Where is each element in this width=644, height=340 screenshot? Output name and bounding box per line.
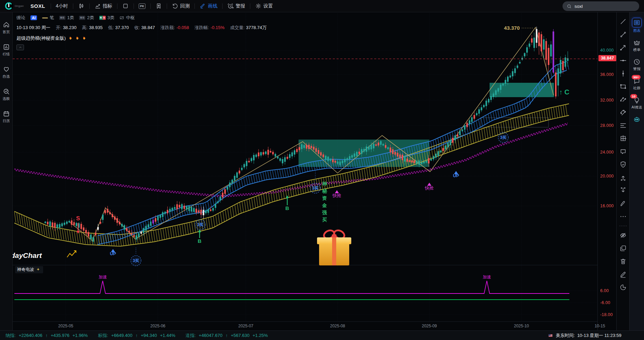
gift-promo[interactable] bbox=[317, 230, 351, 268]
divider bbox=[222, 3, 223, 9]
main-chart[interactable]: 43.370SUP3买3买BB3买神秘资金强买快抢快抢UP3买↑ C加速加速To… bbox=[13, 12, 597, 330]
brush-tool[interactable] bbox=[619, 200, 627, 207]
class3-toggle[interactable]: BS3类 bbox=[99, 15, 114, 21]
fire-icon bbox=[67, 36, 73, 41]
grab-2: 快抢 bbox=[425, 185, 434, 191]
price-tick: -18.00 bbox=[600, 312, 613, 317]
sparkles-icon bbox=[36, 267, 40, 272]
search-input[interactable]: soxl bbox=[563, 1, 639, 11]
chan-theory-toggle[interactable]: 缠论 bbox=[16, 15, 25, 21]
draw-button[interactable]: 画线 bbox=[198, 3, 219, 9]
ai-chip[interactable]: AI bbox=[30, 15, 37, 20]
channel2-tool[interactable] bbox=[619, 109, 627, 116]
sidebar-item-market[interactable]: 行情 bbox=[3, 43, 10, 57]
stroke-toggle[interactable]: 笔 bbox=[42, 15, 54, 21]
collapse-indicator-button[interactable] bbox=[16, 44, 24, 50]
pivot-toggle[interactable]: 中枢 bbox=[119, 15, 135, 21]
indicators-button-label: 指标 bbox=[103, 3, 112, 9]
time-tick: 10-15 bbox=[589, 324, 611, 328]
pivot-toggle-label: 中枢 bbox=[126, 15, 135, 21]
layout-button[interactable] bbox=[120, 3, 131, 9]
bs-badge: BS bbox=[59, 16, 65, 20]
moon-tool[interactable] bbox=[619, 284, 627, 291]
tpoints-tool[interactable] bbox=[619, 31, 627, 38]
pk-compare-button[interactable]: PK bbox=[137, 3, 148, 9]
gridt-tool[interactable] bbox=[619, 135, 627, 142]
settings-button[interactable]: 设置 bbox=[253, 3, 275, 9]
tarrow-tool[interactable] bbox=[619, 44, 627, 51]
us-flag-icon bbox=[548, 334, 553, 338]
pencil-tool[interactable] bbox=[619, 271, 627, 278]
index-quote: 纳指:+22640.406↑+435.976+1.96% bbox=[5, 332, 88, 339]
layers-tool[interactable] bbox=[619, 245, 627, 252]
class2-toggle[interactable]: BS2类 bbox=[79, 15, 94, 21]
class1-toggle[interactable]: BS1类 bbox=[59, 15, 74, 21]
arrdown-tool[interactable] bbox=[619, 187, 627, 194]
alerts-button[interactable]: 警报 bbox=[225, 3, 247, 9]
symbol-button[interactable]: SOXL bbox=[30, 3, 45, 9]
subpane-title-text: 神奇电波 bbox=[17, 267, 34, 273]
ohlc-value: 38.230 bbox=[63, 25, 77, 30]
price-tick: 36.000 bbox=[600, 72, 614, 77]
trash-tool[interactable] bbox=[619, 258, 627, 265]
interval-button[interactable]: 4小时 bbox=[54, 3, 70, 9]
time-tick: 2025-08 bbox=[327, 324, 349, 328]
indicators-button[interactable]: 指标 bbox=[92, 3, 114, 9]
arrup-tool[interactable] bbox=[619, 174, 627, 181]
dots-tool[interactable] bbox=[619, 213, 627, 220]
crown-icon bbox=[633, 39, 641, 47]
alerts-button-label: 警报 bbox=[236, 3, 245, 9]
divider bbox=[194, 3, 195, 9]
yellow-trend-band bbox=[14, 104, 569, 246]
bs-badge: BS bbox=[79, 16, 85, 20]
sidebar-item-leaderboard[interactable]: 榜单 bbox=[633, 39, 641, 52]
hline-tool[interactable] bbox=[619, 57, 627, 64]
third-buy-2-label: 3买 bbox=[197, 222, 204, 227]
ohlc-label: 收: bbox=[134, 25, 140, 30]
channel-tool[interactable] bbox=[619, 96, 627, 103]
divider bbox=[167, 3, 167, 9]
todaychart-logo-icon[interactable] bbox=[4, 1, 13, 11]
drawing-tools-column bbox=[616, 12, 629, 330]
fire-icon bbox=[81, 36, 86, 41]
sidebar-item-community[interactable]: 99+社群 bbox=[633, 77, 641, 91]
ohlc-value: 38.935 bbox=[89, 25, 103, 30]
gift-ribbon bbox=[332, 237, 336, 265]
candle-style-button[interactable] bbox=[76, 3, 87, 9]
shield-tool[interactable] bbox=[619, 161, 627, 168]
index-value: +6649.400 bbox=[111, 333, 132, 338]
backtest-button[interactable]: 回测 bbox=[170, 3, 192, 9]
stroke-line-icon bbox=[42, 17, 48, 18]
sidebar-item-watchlist[interactable]: 自选 bbox=[3, 66, 10, 79]
sidebar-item-calendar[interactable]: 日历 bbox=[3, 110, 10, 123]
price-tick: 32.000 bbox=[600, 98, 614, 103]
chartup-icon bbox=[94, 3, 101, 9]
sidebar-item-screener[interactable]: 选股 bbox=[3, 88, 10, 101]
sidebar-item-home[interactable]: 首页 bbox=[3, 21, 10, 35]
tline-tool[interactable] bbox=[619, 18, 627, 25]
pivot-zones bbox=[299, 83, 554, 167]
ai-robot-button[interactable] bbox=[633, 116, 641, 123]
vline-tool[interactable] bbox=[619, 70, 627, 77]
top-menu: 指标PK回测画线警报设置 bbox=[76, 3, 275, 9]
comment-tool[interactable] bbox=[619, 148, 627, 155]
sidebar-item-alerts[interactable]: 警报 bbox=[633, 58, 641, 71]
price-axis[interactable]: 40.00036.00032.00028.00024.00020.00016.0… bbox=[597, 12, 617, 330]
ohlc-label: 开: bbox=[56, 25, 62, 30]
ohlc-field: 成交量:3778.74万 bbox=[230, 25, 267, 31]
bookmark-button[interactable] bbox=[153, 3, 164, 9]
sidebar-item-screener-label: 选股 bbox=[3, 96, 10, 101]
sidebar-item-watchlist-label: 自选 bbox=[3, 74, 10, 79]
divider bbox=[73, 3, 73, 9]
clock-icon bbox=[633, 58, 641, 66]
eyeoff-tool[interactable] bbox=[619, 232, 627, 239]
sidebar-item-leaderboard-label: 榜单 bbox=[633, 48, 641, 52]
ohlc-value: 10-13 09:30 周一 bbox=[16, 25, 50, 30]
search-value: soxl bbox=[574, 4, 583, 9]
rect-tool[interactable] bbox=[619, 83, 627, 90]
fib-tool[interactable] bbox=[619, 122, 627, 129]
sidebar-item-chart[interactable]: 图表 bbox=[632, 18, 642, 33]
sell-signal: S bbox=[76, 215, 80, 222]
gear-icon bbox=[255, 3, 262, 9]
sidebar-item-ai-push[interactable]: 10AI推送 bbox=[632, 96, 642, 110]
